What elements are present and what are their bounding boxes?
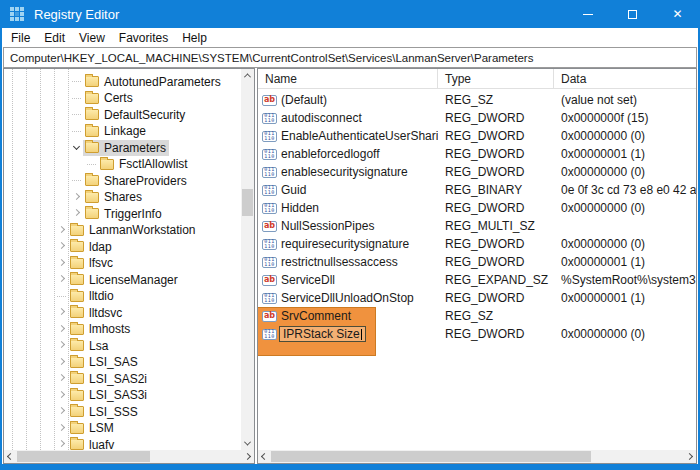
minimize-button[interactable] xyxy=(565,0,610,28)
collapsed-chevron-icon[interactable] xyxy=(54,394,68,397)
value-row--default-[interactable]: ab(Default)REG_SZ(value not set) xyxy=(258,91,696,109)
tree-item-LSI_SAS2i[interactable]: LSI_SAS2i xyxy=(54,370,150,387)
tree-item-LicenseManager[interactable]: LicenseManager xyxy=(54,271,181,288)
menu-item-edit[interactable]: Edit xyxy=(44,29,74,47)
tree-item-Linkage[interactable]: Linkage xyxy=(69,123,149,140)
tree-vertical-scrollbar[interactable] xyxy=(241,69,254,450)
tree-item-ShareProviders[interactable]: ShareProviders xyxy=(69,172,190,189)
folder-icon xyxy=(85,126,99,137)
scroll-left-arrow-icon[interactable] xyxy=(4,450,17,463)
scroll-left-arrow-icon[interactable] xyxy=(258,450,271,463)
column-header-name[interactable]: Name xyxy=(258,69,438,88)
tree-node: Linkage xyxy=(83,123,149,139)
value-row-iprstack-size[interactable]: 011110IPRStack SizeREG_DWORD0x00000000 (… xyxy=(258,325,696,343)
collapsed-chevron-icon[interactable] xyxy=(54,262,68,265)
tree-item-ldap[interactable]: ldap xyxy=(54,238,115,255)
value-row-autodisconnect[interactable]: 011110autodisconnectREG_DWORD0x0000000f … xyxy=(258,109,696,127)
tree-item-LSM[interactable]: LSM xyxy=(54,420,117,437)
string-value-icon: ab xyxy=(262,311,277,322)
dotted-connector xyxy=(69,180,83,181)
value-row-requiresecuritysignature[interactable]: 011110requiresecuritysignatureREG_DWORD0… xyxy=(258,235,696,253)
value-data-cell: (value not set) xyxy=(554,93,696,107)
maximize-button[interactable] xyxy=(610,0,655,28)
tree-item-label: Parameters xyxy=(104,141,166,155)
value-row-servicedll[interactable]: abServiceDllREG_EXPAND_SZ%SystemRoot%\sy… xyxy=(258,271,696,289)
value-row-srvcomment[interactable]: abSrvCommentREG_SZ xyxy=(258,307,696,325)
collapsed-chevron-icon[interactable] xyxy=(54,361,68,364)
dotted-connector xyxy=(69,114,83,115)
collapsed-chevron-icon[interactable] xyxy=(69,212,83,215)
collapsed-chevron-icon[interactable] xyxy=(54,311,68,314)
tree-item-Shares[interactable]: Shares xyxy=(69,189,145,206)
tree-item-LanmanWorkstation[interactable]: LanmanWorkstation xyxy=(54,222,199,239)
collapsed-chevron-icon[interactable] xyxy=(54,328,68,331)
tree-node: luafv xyxy=(68,437,117,451)
value-name-cell: 011110requiresecuritysignature xyxy=(258,237,438,251)
tree-item-Parameters[interactable]: Parameters xyxy=(69,139,169,156)
tree-item-lltdsvc[interactable]: lltdsvc xyxy=(54,304,125,321)
tree-item-Certs[interactable]: Certs xyxy=(69,90,136,107)
collapsed-chevron-icon[interactable] xyxy=(54,427,68,430)
scroll-right-arrow-icon[interactable] xyxy=(241,450,254,463)
value-row-nullsessionpipes[interactable]: abNullSessionPipesREG_MULTI_SZ xyxy=(258,217,696,235)
list-hscroll-thumb[interactable] xyxy=(271,451,591,462)
tree-item-DefaultSecurity[interactable]: DefaultSecurity xyxy=(69,106,188,123)
scroll-up-arrow-icon[interactable] xyxy=(241,69,254,82)
menu-item-favorites[interactable]: Favorites xyxy=(119,29,177,47)
collapsed-chevron-icon[interactable] xyxy=(54,377,68,380)
close-icon: ✕ xyxy=(672,8,682,20)
menu-item-view[interactable]: View xyxy=(79,29,114,47)
address-bar[interactable]: Computer\HKEY_LOCAL_MACHINE\SYSTEM\Curre… xyxy=(3,47,697,68)
folder-icon xyxy=(70,373,84,384)
list-horizontal-scrollbar[interactable] xyxy=(258,450,696,463)
tree-item-LSI_SAS[interactable]: LSI_SAS xyxy=(54,354,141,371)
menu-item-file[interactable]: File xyxy=(11,29,39,47)
tree-item-AutotunedParameters[interactable]: AutotunedParameters xyxy=(69,73,224,90)
tree-item-LSI_SAS3i[interactable]: LSI_SAS3i xyxy=(54,387,150,404)
menu-item-help[interactable]: Help xyxy=(182,29,216,47)
value-row-restrictnullsessaccess[interactable]: 011110restrictnullsessaccessREG_DWORD0x0… xyxy=(258,253,696,271)
tree-item-lmhosts[interactable]: lmhosts xyxy=(54,321,133,338)
tree-vscroll-thumb[interactable] xyxy=(242,189,253,216)
collapsed-chevron-icon[interactable] xyxy=(54,245,68,248)
value-row-enableforcedlogoff[interactable]: 011110enableforcedlogoffREG_DWORD0x00000… xyxy=(258,145,696,163)
folder-icon xyxy=(70,291,84,302)
tree-node: LSM xyxy=(68,420,117,436)
tree-item-TriggerInfo[interactable]: TriggerInfo xyxy=(69,205,165,222)
title-bar: Registry Editor ✕ xyxy=(0,0,700,28)
value-row-hidden[interactable]: 011110HiddenREG_DWORD0x00000000 (0) xyxy=(258,199,696,217)
rename-edit-box[interactable]: IPRStack Size xyxy=(279,326,366,342)
tree-item-Lsa[interactable]: Lsa xyxy=(54,337,111,354)
folder-icon xyxy=(70,241,84,252)
column-header-data[interactable]: Data xyxy=(554,69,696,88)
collapsed-chevron-icon[interactable] xyxy=(54,443,68,446)
value-row-servicedllunloadonstop[interactable]: 011110ServiceDllUnloadOnStopREG_DWORD0x0… xyxy=(258,289,696,307)
folder-icon xyxy=(70,439,84,450)
tree-hscroll-thumb[interactable] xyxy=(17,451,150,462)
value-name-cell: 011110ServiceDllUnloadOnStop xyxy=(258,291,438,305)
tree-item-LSI_SSS[interactable]: LSI_SSS xyxy=(54,403,141,420)
tree-horizontal-scrollbar[interactable] xyxy=(4,450,254,463)
collapsed-chevron-icon[interactable] xyxy=(54,410,68,413)
value-row-enablesecuritysignature[interactable]: 011110enablesecuritysignatureREG_DWORD0x… xyxy=(258,163,696,181)
tree-item-luafv[interactable]: luafv xyxy=(54,436,117,450)
value-row-enableauthenticateusersharing[interactable]: 011110EnableAuthenticateUserSharingREG_D… xyxy=(258,127,696,145)
tree-item-label: TriggerInfo xyxy=(104,207,162,221)
collapsed-chevron-icon[interactable] xyxy=(54,344,68,347)
dword-value-icon: 011110 xyxy=(262,293,277,304)
tree-item-FsctlAllowlist[interactable]: FsctlAllowlist xyxy=(84,156,191,173)
close-button[interactable]: ✕ xyxy=(655,0,700,28)
tree-item-lltdio[interactable]: lltdio xyxy=(54,288,117,305)
collapsed-chevron-icon[interactable] xyxy=(54,278,68,281)
value-row-guid[interactable]: 011110GuidREG_BINARY0e 0f 3c cd 73 e8 e0… xyxy=(258,181,696,199)
expanded-chevron-icon[interactable] xyxy=(69,144,83,151)
collapsed-chevron-icon[interactable] xyxy=(54,229,68,232)
tree-node: Parameters xyxy=(83,140,169,156)
column-header-type[interactable]: Type xyxy=(438,69,554,88)
list-column-headers: Name Type Data xyxy=(258,69,696,89)
tree-item-label: ldap xyxy=(89,240,112,254)
collapsed-chevron-icon[interactable] xyxy=(69,196,83,199)
scroll-right-arrow-icon[interactable] xyxy=(683,450,696,463)
scroll-down-arrow-icon[interactable] xyxy=(241,437,254,450)
tree-item-lfsvc[interactable]: lfsvc xyxy=(54,255,116,272)
